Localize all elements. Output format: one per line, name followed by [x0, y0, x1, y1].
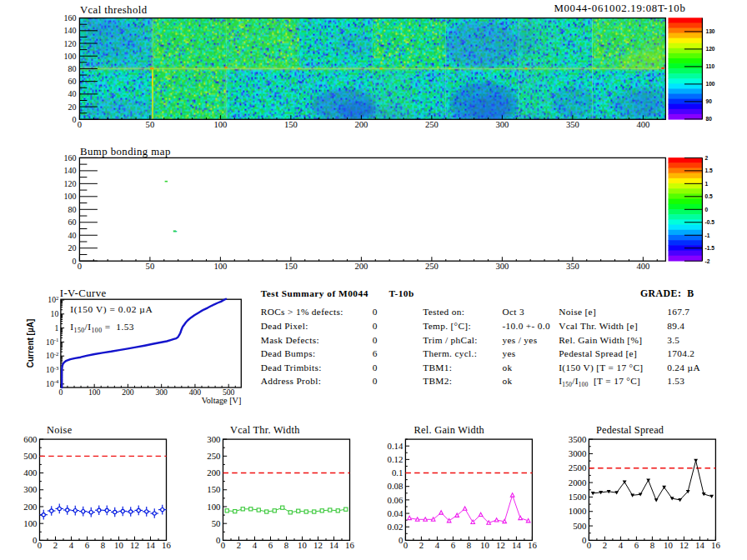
svg-text:0.04: 0.04 [387, 508, 403, 518]
svg-text:6: 6 [451, 540, 456, 550]
svg-text:2000: 2000 [569, 478, 587, 488]
svg-text:0: 0 [33, 535, 37, 545]
svg-text:250: 250 [425, 262, 439, 271]
svg-text:10: 10 [480, 540, 489, 550]
svg-text:0: 0 [582, 535, 586, 545]
svg-text:14: 14 [695, 540, 704, 550]
svg-text:20: 20 [68, 243, 76, 252]
svg-text:250: 250 [425, 120, 439, 129]
svg-text:TBM1:: TBM1: [423, 362, 452, 372]
svg-text:10: 10 [298, 540, 307, 550]
svg-text:100: 100 [63, 52, 76, 61]
svg-text:6: 6 [373, 348, 378, 358]
svg-text:1.53: 1.53 [667, 376, 684, 386]
svg-text:14: 14 [146, 540, 155, 550]
svg-text:400: 400 [189, 388, 202, 397]
svg-text:I(150 V) [T = 17 °C]: I(150 V) [T = 17 °C] [559, 362, 643, 373]
svg-text:400: 400 [23, 468, 37, 478]
svg-text:100: 100 [63, 192, 76, 201]
svg-text:200: 200 [207, 468, 220, 478]
svg-text:150: 150 [284, 262, 298, 271]
svg-text:10: 10 [114, 540, 123, 550]
svg-text:1704.2: 1704.2 [667, 348, 694, 358]
svg-text:0: 0 [38, 540, 42, 550]
svg-text:0: 0 [78, 120, 82, 129]
svg-text:1000: 1000 [569, 506, 587, 516]
svg-text:60: 60 [68, 218, 76, 227]
svg-text:120: 120 [706, 46, 715, 52]
svg-text:I(150 V) = 0.02 µA: I(150 V) = 0.02 µA [70, 304, 153, 315]
svg-text:1500: 1500 [569, 492, 587, 502]
svg-text:Vcal threshold: Vcal threshold [80, 4, 148, 16]
svg-text:0: 0 [373, 321, 378, 331]
svg-text:40: 40 [68, 231, 76, 240]
svg-text:0: 0 [58, 388, 63, 397]
svg-text:1: 1 [54, 323, 58, 332]
svg-text:-1.5: -1.5 [705, 245, 715, 251]
svg-text:400: 400 [636, 262, 649, 271]
svg-text:50: 50 [146, 120, 155, 129]
svg-text:8: 8 [284, 540, 288, 550]
svg-text:0: 0 [705, 207, 709, 212]
svg-text:6: 6 [634, 540, 639, 550]
svg-text:0.24 µA: 0.24 µA [667, 362, 700, 372]
svg-text:4: 4 [253, 540, 258, 550]
svg-text:50: 50 [146, 262, 155, 271]
svg-text:TBM2:: TBM2: [423, 376, 452, 386]
svg-text:M0044-061002.19:08T-10b: M0044-061002.19:08T-10b [554, 2, 685, 14]
svg-text:Dead Bumps:: Dead Bumps: [261, 348, 316, 358]
svg-text:0: 0 [78, 262, 82, 271]
svg-text:Current [µA]: Current [µA] [26, 319, 35, 368]
svg-text:-0.5: -0.5 [705, 219, 715, 225]
svg-text:200: 200 [23, 502, 37, 512]
svg-text:T-10b: T-10b [389, 288, 414, 298]
svg-text:Tested on:: Tested on: [423, 307, 464, 317]
svg-text:200: 200 [122, 388, 134, 397]
svg-text:14: 14 [512, 540, 521, 550]
svg-text:0: 0 [373, 376, 378, 386]
svg-text:110: 110 [706, 63, 715, 69]
svg-text:Pedestal Spread [e]: Pedestal Spread [e] [559, 348, 637, 358]
svg-text:-10.0 +- 0.0: -10.0 +- 0.0 [502, 321, 550, 331]
svg-text:100: 100 [23, 518, 37, 528]
svg-text:600: 600 [23, 434, 37, 444]
svg-text:8: 8 [650, 540, 654, 550]
svg-text:10: 10 [664, 540, 673, 550]
svg-text:2: 2 [705, 155, 709, 161]
svg-text:3.5: 3.5 [667, 335, 679, 345]
svg-text:0.5: 0.5 [705, 193, 713, 199]
svg-text:400: 400 [636, 120, 649, 129]
svg-text:-1: -1 [705, 232, 710, 238]
svg-text:89.4: 89.4 [667, 321, 684, 331]
svg-text:2: 2 [419, 540, 424, 550]
svg-text:500: 500 [23, 451, 37, 461]
svg-text:0: 0 [373, 362, 378, 372]
svg-text:Mask Defects:: Mask Defects: [261, 335, 319, 345]
svg-text:Therm. cycl.:: Therm. cycl.: [423, 348, 477, 358]
svg-text:0: 0 [216, 535, 220, 545]
svg-text:0: 0 [373, 335, 378, 345]
svg-text:2: 2 [603, 540, 607, 550]
svg-text:0.12: 0.12 [387, 454, 403, 464]
svg-text:350: 350 [566, 120, 579, 129]
svg-text:12: 12 [130, 540, 139, 550]
svg-text:500: 500 [573, 521, 586, 531]
svg-text:3500: 3500 [569, 434, 587, 444]
svg-text:20: 20 [68, 102, 76, 112]
svg-text:16: 16 [711, 540, 720, 550]
svg-text:300: 300 [495, 120, 509, 129]
svg-text:0: 0 [404, 540, 408, 550]
svg-text:90: 90 [706, 98, 713, 104]
svg-text:Dead Trimbits:: Dead Trimbits: [261, 362, 322, 372]
svg-text:80: 80 [68, 205, 76, 214]
svg-text:0.14: 0.14 [387, 441, 403, 451]
svg-text:160: 160 [63, 13, 76, 22]
svg-text:80: 80 [706, 116, 713, 122]
svg-text:167.7: 167.7 [667, 307, 689, 317]
svg-text:0.02: 0.02 [387, 522, 403, 532]
svg-text:350: 350 [566, 262, 579, 271]
svg-text:0: 0 [587, 540, 591, 550]
svg-text:300: 300 [23, 484, 37, 494]
svg-text:Bump bonding map: Bump bonding map [80, 146, 171, 158]
svg-text:1: 1 [705, 181, 709, 187]
